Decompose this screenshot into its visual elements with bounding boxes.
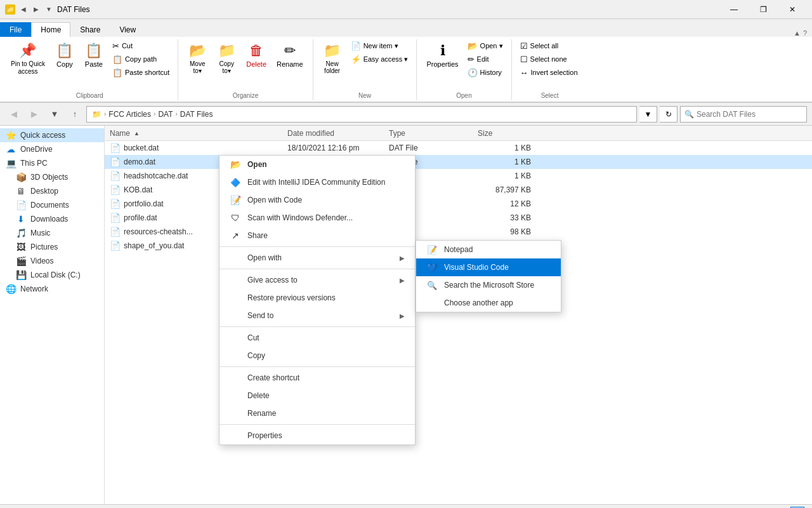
ctx-scan-defender[interactable]: 🛡 Scan with Windows Defender... <box>219 209 415 227</box>
search-input[interactable] <box>697 110 802 119</box>
ctx-restore-versions[interactable]: Restore previous versions <box>219 289 415 307</box>
back-quick-icon[interactable]: ◀ <box>18 4 29 15</box>
ctx-rename[interactable]: Rename <box>219 404 415 422</box>
address-path[interactable]: 📁 › FCC Articles › DAT › DAT Files <box>86 106 637 123</box>
sidebar-item-quick-access[interactable]: ⭐ Quick access <box>0 128 104 142</box>
ctx-share[interactable]: ↗ Share <box>219 227 415 244</box>
ctx-divider-3 <box>219 326 415 327</box>
ctx-properties-icon <box>230 430 241 441</box>
breadcrumb-dat[interactable]: DAT <box>158 110 173 119</box>
submenu-another-app[interactable]: Choose another app <box>416 294 561 312</box>
sidebar-item-onedrive[interactable]: ☁ OneDrive <box>0 142 104 156</box>
status-bar: 8 items 1 item selected 122 bytes ☰ ▦ <box>0 504 812 508</box>
up-button[interactable]: ↑ <box>66 105 84 123</box>
ribbon-collapse-btn[interactable]: ▲ <box>794 29 801 37</box>
sidebar-item-3d-objects[interactable]: 📦 3D Objects <box>0 170 104 184</box>
table-row[interactable]: 📄resources-cheatsh... 98 KB <box>105 225 812 239</box>
table-row[interactable]: 📄portfolio.dat 12 KB <box>105 197 812 211</box>
sidebar: ⭐ Quick access ☁ OneDrive 💻 This PC 📦 3D… <box>0 126 105 504</box>
edit-button[interactable]: ✏Edit <box>464 53 506 65</box>
ctx-give-access[interactable]: Give access to ▶ <box>219 271 415 289</box>
easy-access-button[interactable]: ⚡Easy access ▾ <box>348 53 412 65</box>
ctx-cut[interactable]: Cut <box>219 329 415 347</box>
minimize-button[interactable]: — <box>719 0 749 19</box>
forward-quick-icon[interactable]: ▶ <box>30 4 42 15</box>
table-row[interactable]: 📄KOB.dat 87,397 KB <box>105 183 812 197</box>
copy-button[interactable]: 📋 Copy <box>51 39 79 71</box>
ctx-open-code[interactable]: 📝 Open with Code <box>219 191 415 209</box>
ctx-open[interactable]: 📂 Open <box>219 156 415 173</box>
ctx-divider-1 <box>219 246 415 247</box>
ctx-edit-intellij[interactable]: 🔷 Edit with IntelliJ IDEA Community Edit… <box>219 173 415 191</box>
table-row[interactable]: 📄bucket.dat 18/10/2021 12:16 pm DAT File… <box>105 141 812 155</box>
cut-button[interactable]: ✂Cut <box>109 39 173 52</box>
open-icon: 📂 <box>468 41 478 51</box>
new-item-button[interactable]: 📄New item ▾ <box>348 39 412 52</box>
sidebar-item-label: Pictures <box>30 243 58 251</box>
close-button[interactable]: ✕ <box>778 0 807 19</box>
path-dropdown-button[interactable]: ▼ <box>639 106 657 123</box>
help-icon[interactable]: ? <box>803 29 807 37</box>
copy-to-button[interactable]: 📁 Copyto▾ <box>213 39 240 77</box>
submenu-notepad[interactable]: 📝 Notepad <box>416 241 561 258</box>
open-button[interactable]: 📂Open ▾ <box>464 39 506 52</box>
paste-button[interactable]: 📋 Paste <box>80 39 108 71</box>
ctx-give-access-arrow: ▶ <box>400 277 405 284</box>
sidebar-item-music[interactable]: 🎵 Music <box>0 226 104 240</box>
ctx-open-with[interactable]: Open with ▶ <box>219 249 415 267</box>
sidebar-item-downloads[interactable]: ⬇ Downloads <box>0 212 104 226</box>
copy-path-button[interactable]: 📋Copy path <box>109 53 173 65</box>
breadcrumb-fcc[interactable]: FCC Articles <box>108 110 151 119</box>
refresh-button[interactable]: ↻ <box>660 106 678 123</box>
tab-file[interactable]: File <box>0 22 31 37</box>
sidebar-item-this-pc[interactable]: 💻 This PC <box>0 156 104 170</box>
search-box[interactable]: 🔍 <box>680 106 807 123</box>
new-folder-button[interactable]: 📁 Newfolder <box>318 39 346 77</box>
col-header-date[interactable]: Date modified <box>282 129 384 138</box>
tab-home[interactable]: Home <box>31 22 70 37</box>
maximize-button[interactable]: ❐ <box>749 0 778 19</box>
delete-button[interactable]: 🗑 Delete <box>242 39 271 71</box>
open-small-col: 📂Open ▾ ✏Edit 🕐History <box>464 39 506 79</box>
ctx-divider-4 <box>219 366 415 367</box>
table-row[interactable]: 📄demo.dat 18/10/2021 1:18 DAT File 1 KB <box>105 155 812 169</box>
dropdown-nav-button[interactable]: ▼ <box>46 105 63 123</box>
sidebar-item-desktop[interactable]: 🖥 Desktop <box>0 184 104 198</box>
new-label: New <box>313 92 417 99</box>
pin-quick-access-button[interactable]: 📌 Pin to Quickaccess <box>6 39 49 79</box>
table-row[interactable]: 📄profile.dat 33 KB <box>105 211 812 225</box>
sidebar-item-pictures[interactable]: 🖼 Pictures <box>0 240 104 254</box>
col-header-type[interactable]: Type <box>384 129 473 138</box>
breadcrumb-dat-files[interactable]: DAT Files <box>180 110 213 119</box>
submenu-ms-store[interactable]: 🔍 Search the Microsoft Store <box>416 276 561 294</box>
rename-button[interactable]: ✏ Rename <box>272 39 308 71</box>
tab-view[interactable]: View <box>110 22 145 37</box>
title-bar: 📁 ◀ ▶ ▼ DAT Files — ❐ ✕ <box>0 0 812 19</box>
paste-shortcut-button[interactable]: 📋Paste shortcut <box>109 66 173 79</box>
pin-icon: 📌 <box>19 43 36 59</box>
col-header-name[interactable]: Name ▲ <box>105 129 282 138</box>
down-quick-icon[interactable]: ▼ <box>43 4 55 15</box>
sidebar-item-local-disk[interactable]: 💾 Local Disk (C:) <box>0 268 104 282</box>
new-buttons: 📁 Newfolder 📄New item ▾ ⚡Easy access ▾ <box>318 39 412 89</box>
ctx-properties[interactable]: Properties <box>219 427 415 444</box>
sidebar-item-documents[interactable]: 📄 Documents <box>0 198 104 212</box>
ctx-send-to[interactable]: Send to ▶ <box>219 307 415 324</box>
select-none-button[interactable]: ☐Select none <box>517 53 583 65</box>
sidebar-item-videos[interactable]: 🎬 Videos <box>0 254 104 268</box>
table-row[interactable]: 📄headshotcache.dat 1 KB <box>105 169 812 183</box>
sidebar-item-network[interactable]: 🌐 Network <box>0 282 104 296</box>
easy-access-icon: ⚡ <box>351 55 361 64</box>
organize-group: 📂 Moveto▾ 📁 Copyto▾ 🗑 Delete ✏ Rename Or… <box>178 39 313 100</box>
col-header-size[interactable]: Size <box>473 129 536 138</box>
tab-share[interactable]: Share <box>70 22 110 37</box>
ctx-delete[interactable]: Delete <box>219 387 415 404</box>
ctx-create-shortcut[interactable]: Create shortcut <box>219 369 415 387</box>
invert-selection-button[interactable]: ↔Invert selection <box>517 66 583 79</box>
move-to-button[interactable]: 📂 Moveto▾ <box>183 39 211 77</box>
history-button[interactable]: 🕐History <box>464 66 506 79</box>
properties-button[interactable]: ℹ Properties <box>422 39 462 71</box>
select-all-button[interactable]: ☑Select all <box>517 39 583 52</box>
submenu-vscode[interactable]: 💙 Visual Studio Code <box>416 258 561 276</box>
ctx-copy[interactable]: Copy <box>219 347 415 364</box>
